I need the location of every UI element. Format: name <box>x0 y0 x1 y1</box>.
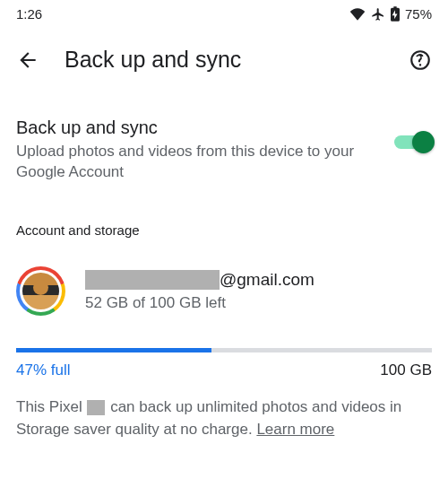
status-icons: 75% <box>349 6 432 22</box>
storage-remaining: 52 GB of 100 GB left <box>85 294 314 312</box>
status-bar: 1:26 75% <box>0 0 448 22</box>
airplane-icon <box>371 7 385 22</box>
email-redacted <box>85 270 220 290</box>
backup-subtitle: Upload photos and videos from this devic… <box>16 142 376 183</box>
progress-labels: 47% full 100 GB <box>16 361 432 379</box>
total-capacity: 100 GB <box>380 361 432 379</box>
progress-bar <box>16 348 432 352</box>
backup-toggle[interactable] <box>394 130 432 153</box>
backup-setting-row: Back up and sync Upload photos and video… <box>0 80 448 183</box>
toggle-thumb <box>412 131 435 153</box>
battery-icon <box>391 6 400 22</box>
battery-percent: 75% <box>405 6 432 22</box>
account-info: @gmail.com 52 GB of 100 GB left <box>85 270 314 312</box>
backup-title: Back up and sync <box>16 117 376 138</box>
account-row[interactable]: @gmail.com 52 GB of 100 GB left <box>0 238 448 316</box>
wifi-icon <box>349 8 366 21</box>
help-button[interactable] <box>409 48 432 72</box>
back-button[interactable] <box>16 48 39 72</box>
footnote-redacted <box>87 400 105 415</box>
avatar[interactable] <box>16 266 65 316</box>
page-title: Back up and sync <box>65 47 383 73</box>
backup-setting-text: Back up and sync Upload photos and video… <box>16 117 376 183</box>
status-time: 1:26 <box>16 6 42 22</box>
progress-fill <box>16 348 211 352</box>
app-bar: Back up and sync <box>0 22 448 80</box>
footnote: This Pixel can back up unlimited photos … <box>0 379 448 441</box>
avatar-inner <box>20 270 62 312</box>
footnote-prefix: This Pixel <box>16 398 86 415</box>
email-domain: @gmail.com <box>220 270 314 290</box>
percent-full: 47% full <box>16 361 70 379</box>
avatar-image <box>22 273 59 309</box>
account-email: @gmail.com <box>85 270 314 290</box>
storage-progress: 47% full 100 GB <box>0 316 448 379</box>
learn-more-link[interactable]: Learn more <box>256 421 334 438</box>
section-header: Account and storage <box>0 183 448 238</box>
